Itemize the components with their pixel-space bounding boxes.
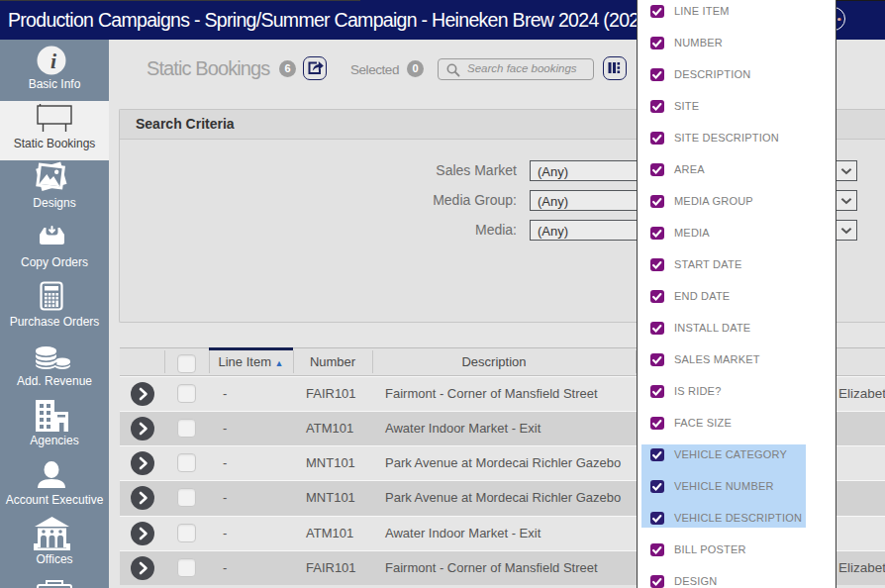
svg-text:i: i (50, 49, 57, 73)
